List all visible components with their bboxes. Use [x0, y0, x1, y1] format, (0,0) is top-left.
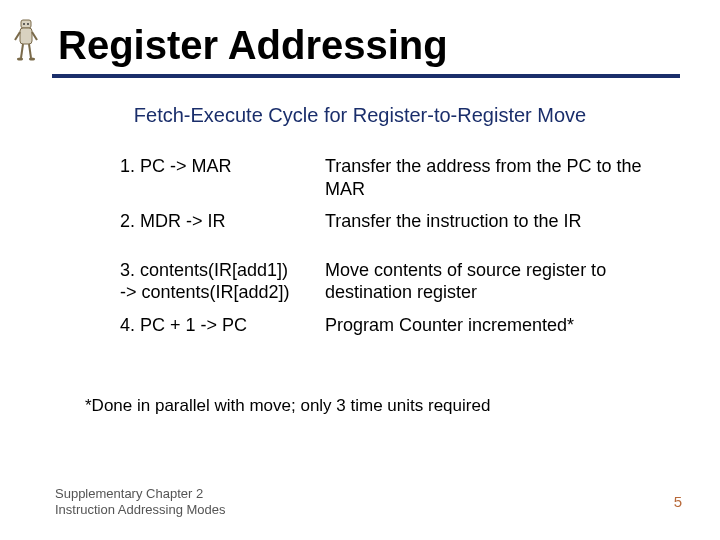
steps-table-wrap: 1. PC -> MAR Transfer the address from t…: [120, 145, 670, 346]
step-left: 4. PC + 1 -> PC: [120, 314, 325, 337]
steps-table: 1. PC -> MAR Transfer the address from t…: [120, 145, 670, 346]
svg-line-7: [29, 44, 31, 58]
slide-subtitle: Fetch-Execute Cycle for Register-to-Regi…: [0, 104, 720, 127]
svg-line-5: [32, 32, 37, 40]
footer-line-1: Supplementary Chapter 2: [55, 486, 226, 502]
svg-point-9: [29, 58, 35, 61]
title-underline: [52, 74, 680, 78]
page-number: 5: [674, 493, 682, 510]
svg-point-8: [17, 58, 23, 61]
robot-figure-icon: [12, 18, 40, 62]
step-right: Transfer the address from the PC to the …: [325, 155, 670, 200]
table-row: 2. MDR -> IR Transfer the instruction to…: [120, 210, 670, 233]
step-right: Program Counter incremented*: [325, 314, 670, 337]
svg-point-2: [27, 23, 29, 25]
slide-title: Register Addressing: [52, 23, 448, 72]
table-row: 1. PC -> MAR Transfer the address from t…: [120, 155, 670, 200]
footer-line-2: Instruction Addressing Modes: [55, 502, 226, 518]
step-left: 3. contents(IR[add1]) -> contents(IR[add…: [120, 259, 325, 304]
step-right: Move contents of source register to dest…: [325, 259, 670, 304]
footer: Supplementary Chapter 2 Instruction Addr…: [55, 486, 226, 519]
svg-line-6: [21, 44, 23, 58]
title-area: Register Addressing: [0, 0, 720, 72]
footnote: *Done in parallel with move; only 3 time…: [85, 396, 720, 416]
step-left: 2. MDR -> IR: [120, 210, 325, 233]
title-icon-wrap: [0, 18, 52, 72]
svg-rect-0: [21, 20, 31, 28]
svg-point-1: [23, 23, 25, 25]
svg-line-4: [15, 32, 20, 40]
step-right: Transfer the instruction to the IR: [325, 210, 670, 233]
table-row: 4. PC + 1 -> PC Program Counter incremen…: [120, 314, 670, 337]
table-row: 3. contents(IR[add1]) -> contents(IR[add…: [120, 259, 670, 304]
svg-rect-3: [20, 28, 32, 44]
step-left: 1. PC -> MAR: [120, 155, 325, 200]
slide: Register Addressing Fetch-Execute Cycle …: [0, 0, 720, 540]
